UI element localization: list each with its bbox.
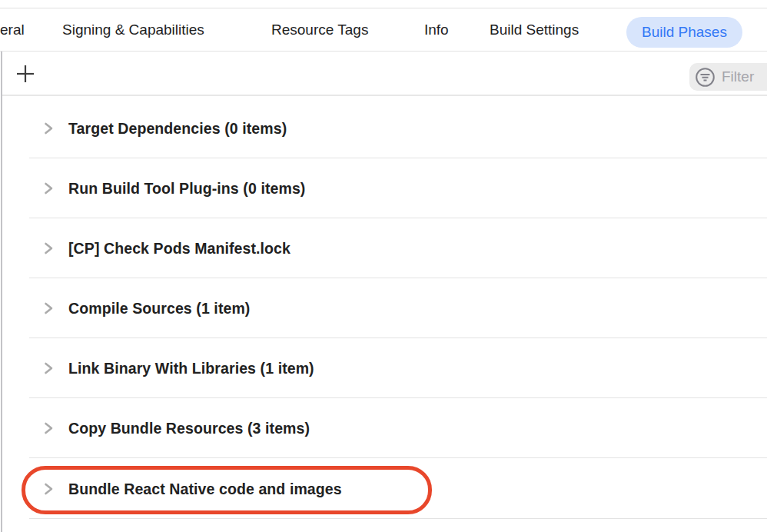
build-phases-list: Target Dependencies (0 items) Run Build … — [2, 98, 767, 519]
phase-row-bundle-react-native[interactable]: Bundle React Native code and images — [2, 458, 767, 519]
phase-row-copy-bundle-resources[interactable]: Copy Bundle Resources (3 items) — [2, 398, 767, 458]
phase-row-cp-check-pods-manifest[interactable]: [CP] Check Pods Manifest.lock — [2, 218, 767, 278]
filter-icon — [695, 67, 716, 88]
phase-title: Copy Bundle Resources (3 items) — [68, 420, 310, 437]
build-phases-toolbar: Filter — [2, 52, 767, 96]
filter-placeholder: Filter — [722, 68, 754, 85]
phase-row-run-build-tool-plugins[interactable]: Run Build Tool Plug-ins (0 items) — [2, 158, 767, 218]
add-build-phase-button[interactable] — [14, 63, 37, 86]
tab-build-phases[interactable]: Build Phases — [626, 17, 742, 48]
chevron-right-icon[interactable] — [42, 483, 55, 495]
phase-title: Target Dependencies (0 items) — [68, 119, 287, 137]
chevron-right-icon[interactable] — [42, 362, 55, 374]
plus-icon — [15, 64, 35, 86]
chevron-right-icon[interactable] — [42, 182, 55, 195]
tab-resource-tags[interactable]: Resource Tags — [271, 8, 368, 52]
tab-general[interactable]: eral — [0, 8, 25, 52]
phase-title: Link Binary With Libraries (1 item) — [68, 360, 314, 377]
phase-title: Run Build Tool Plug-ins (0 items) — [68, 180, 305, 198]
chevron-right-icon[interactable] — [42, 122, 55, 135]
chevron-right-icon[interactable] — [42, 302, 55, 314]
tab-signing-capabilities[interactable]: Signing & Capabilities — [62, 8, 204, 52]
chevron-right-icon[interactable] — [42, 242, 55, 254]
phase-title: [CP] Check Pods Manifest.lock — [68, 240, 291, 258]
filter-input[interactable]: Filter — [689, 63, 767, 91]
phase-row-target-dependencies[interactable]: Target Dependencies (0 items) — [2, 98, 767, 158]
tab-info[interactable]: Info — [424, 8, 449, 52]
phase-row-compile-sources[interactable]: Compile Sources (1 item) — [2, 278, 767, 338]
project-tab-bar: eral Signing & Capabilities Resource Tag… — [0, 8, 767, 52]
tab-build-settings[interactable]: Build Settings — [490, 8, 579, 52]
phase-title: Bundle React Native code and images — [68, 480, 342, 497]
chevron-right-icon[interactable] — [42, 422, 55, 434]
phase-row-link-binary-with-libraries[interactable]: Link Binary With Libraries (1 item) — [2, 338, 767, 398]
phase-title: Compile Sources (1 item) — [68, 300, 250, 318]
